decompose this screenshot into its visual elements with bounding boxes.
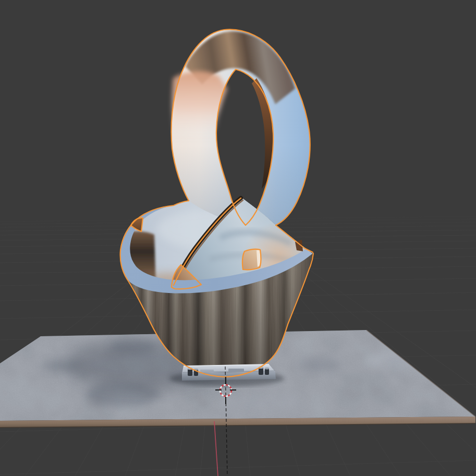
viewport-canvas[interactable]: [0, 0, 476, 476]
blender-3d-viewport[interactable]: [0, 0, 476, 476]
